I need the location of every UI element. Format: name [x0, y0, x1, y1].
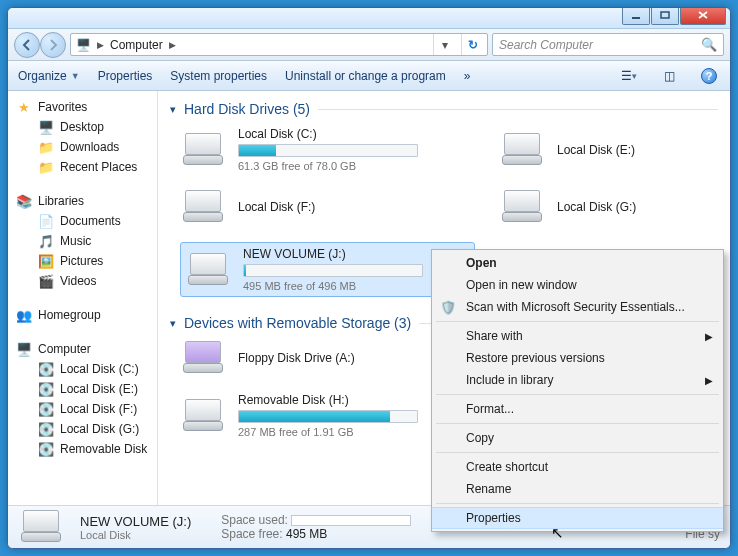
ctx-properties[interactable]: Properties	[432, 507, 723, 529]
group-hdd-header[interactable]: ▾ Hard Disk Drives (5)	[170, 101, 718, 117]
breadcrumb-computer[interactable]: Computer	[110, 38, 163, 52]
toolbar: Organize▼ Properties System properties U…	[8, 61, 730, 91]
collapse-icon: ▾	[170, 103, 176, 116]
nav-drive-removable[interactable]: 💽Removable Disk	[8, 439, 157, 459]
minimize-button[interactable]	[622, 7, 650, 25]
view-options-button[interactable]: ☰▾	[618, 65, 640, 87]
help-button[interactable]: ?	[698, 65, 720, 87]
video-icon: 🎬	[38, 273, 54, 289]
star-icon: ★	[16, 99, 32, 115]
drive-e[interactable]: Local Disk (E:)	[499, 127, 709, 172]
titlebar[interactable]	[8, 8, 730, 29]
homegroup-icon: 👥	[16, 307, 32, 323]
collapse-icon: ▾	[170, 317, 176, 330]
drive-icon: 💽	[38, 401, 54, 417]
shield-icon: 🛡️	[440, 299, 456, 315]
submenu-arrow-icon: ▶	[705, 331, 713, 342]
search-input[interactable]: Search Computer 🔍	[492, 33, 724, 56]
computer-icon: 🖥️	[16, 341, 32, 357]
drive-icon: 💽	[38, 441, 54, 457]
nav-recent-places[interactable]: 📁Recent Places	[8, 157, 157, 177]
nav-videos[interactable]: 🎬Videos	[8, 271, 157, 291]
back-button[interactable]	[14, 32, 40, 58]
explorer-window: 🖥️ ▶ Computer ▶ ▾ ↻ Search Computer 🔍 Or…	[7, 7, 731, 549]
ctx-separator	[436, 452, 719, 453]
drive-icon	[180, 133, 226, 167]
ctx-create-shortcut[interactable]: Create shortcut	[432, 456, 723, 478]
search-placeholder: Search Computer	[499, 38, 701, 52]
drive-g[interactable]: Local Disk (G:)	[499, 190, 709, 224]
svg-rect-1	[661, 12, 669, 18]
ctx-restore-versions[interactable]: Restore previous versions	[432, 347, 723, 369]
drive-c[interactable]: Local Disk (C:) 61.3 GB free of 78.0 GB	[180, 127, 475, 172]
nav-drive-g[interactable]: 💽Local Disk (G:)	[8, 419, 157, 439]
ctx-rename[interactable]: Rename	[432, 478, 723, 500]
folder-icon: 📁	[38, 139, 54, 155]
nav-homegroup[interactable]: 👥Homegroup	[8, 305, 157, 325]
ctx-format[interactable]: Format...	[432, 398, 723, 420]
drive-f[interactable]: Local Disk (F:)	[180, 190, 475, 224]
ctx-scan-mse[interactable]: 🛡️Scan with Microsoft Security Essential…	[432, 296, 723, 318]
nav-music[interactable]: 🎵Music	[8, 231, 157, 251]
nav-documents[interactable]: 📄Documents	[8, 211, 157, 231]
details-free-label: Space free:	[221, 527, 282, 541]
usage-bar	[238, 144, 418, 157]
address-bar: 🖥️ ▶ Computer ▶ ▾ ↻ Search Computer 🔍	[8, 29, 730, 61]
nav-downloads[interactable]: 📁Downloads	[8, 137, 157, 157]
drive-icon	[180, 399, 226, 433]
nav-libraries[interactable]: 📚Libraries	[8, 191, 157, 211]
nav-pictures[interactable]: 🖼️Pictures	[8, 251, 157, 271]
ctx-open[interactable]: Open	[432, 252, 723, 274]
address-dropdown-button[interactable]: ▾	[433, 34, 455, 55]
properties-button[interactable]: Properties	[98, 69, 153, 83]
details-used-label: Space used:	[221, 513, 288, 527]
ctx-separator	[436, 423, 719, 424]
drive-icon: 💽	[38, 381, 54, 397]
nav-favorites[interactable]: ★Favorites	[8, 97, 157, 117]
ctx-copy[interactable]: Copy	[432, 427, 723, 449]
system-properties-button[interactable]: System properties	[170, 69, 267, 83]
usage-bar	[238, 410, 418, 423]
usage-bar	[243, 264, 423, 277]
nav-drive-e[interactable]: 💽Local Disk (E:)	[8, 379, 157, 399]
address-box[interactable]: 🖥️ ▶ Computer ▶ ▾ ↻	[70, 33, 488, 56]
nav-computer[interactable]: 🖥️Computer	[8, 339, 157, 359]
computer-icon: 🖥️	[75, 37, 91, 53]
forward-button[interactable]	[40, 32, 66, 58]
chevron-right-icon[interactable]: ▶	[169, 40, 176, 50]
ctx-separator	[436, 503, 719, 504]
navigation-pane[interactable]: ★Favorites 🖥️Desktop 📁Downloads 📁Recent …	[8, 91, 158, 507]
help-icon: ?	[701, 68, 717, 84]
context-menu: Open Open in new window 🛡️Scan with Micr…	[431, 249, 724, 532]
ctx-share-with[interactable]: Share with▶	[432, 325, 723, 347]
nav-desktop[interactable]: 🖥️Desktop	[8, 117, 157, 137]
library-icon: 📚	[16, 193, 32, 209]
ctx-separator	[436, 321, 719, 322]
toolbar-overflow[interactable]: »	[464, 69, 471, 83]
uninstall-program-button[interactable]: Uninstall or change a program	[285, 69, 446, 83]
preview-pane-button[interactable]: ◫	[658, 65, 680, 87]
nav-drive-f[interactable]: 💽Local Disk (F:)	[8, 399, 157, 419]
usage-bar	[291, 515, 411, 526]
ctx-open-new-window[interactable]: Open in new window	[432, 274, 723, 296]
details-name: NEW VOLUME (J:)	[80, 514, 191, 529]
drive-icon	[499, 133, 545, 167]
document-icon: 📄	[38, 213, 54, 229]
refresh-button[interactable]: ↻	[461, 34, 483, 55]
organize-menu[interactable]: Organize▼	[18, 69, 80, 83]
svg-rect-0	[632, 17, 640, 19]
submenu-arrow-icon: ▶	[705, 375, 713, 386]
drive-icon: 💽	[38, 361, 54, 377]
close-button[interactable]	[680, 7, 726, 25]
ctx-include-library[interactable]: Include in library▶	[432, 369, 723, 391]
drive-icon	[18, 510, 70, 544]
picture-icon: 🖼️	[38, 253, 54, 269]
nav-drive-c[interactable]: 💽Local Disk (C:)	[8, 359, 157, 379]
details-free-value: 495 MB	[286, 527, 327, 541]
maximize-button[interactable]	[651, 7, 679, 25]
search-icon: 🔍	[701, 37, 717, 52]
drive-icon: 💽	[38, 421, 54, 437]
details-type: Local Disk	[80, 529, 191, 541]
chevron-right-icon[interactable]: ▶	[97, 40, 104, 50]
ctx-separator	[436, 394, 719, 395]
